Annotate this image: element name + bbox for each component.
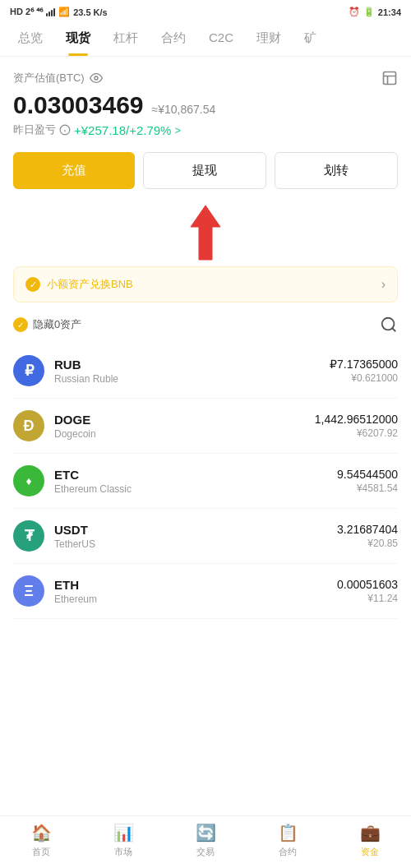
bnb-check-icon: ✓: [25, 277, 40, 292]
search-icon[interactable]: [380, 316, 398, 334]
rub-info: RUB Russian Ruble: [54, 358, 330, 385]
funds-icon: 💼: [360, 823, 381, 843]
deposit-button[interactable]: 充值: [13, 152, 135, 189]
eth-icon: Ξ: [13, 575, 44, 607]
status-right: ⏰ 🔋 21:34: [349, 7, 401, 17]
asset-value-row: 0.03003469 ≈¥10,867.54: [13, 91, 398, 119]
doge-name: Dogecoin: [54, 428, 315, 440]
eth-balance: 0.00051603: [337, 578, 398, 591]
status-left: HD 2⁶ ⁴⁶ 📶 23.5 K/s: [10, 7, 108, 17]
tab-c2c[interactable]: C2C: [197, 21, 245, 56]
asset-item-doge[interactable]: Ð DOGE Dogecoin 1,442.96512000 ¥6207.92: [13, 399, 398, 454]
pnl-chevron[interactable]: >: [174, 124, 181, 136]
tab-margin[interactable]: 杠杆: [102, 21, 150, 56]
asset-label: 资产估值(BTC): [13, 70, 398, 86]
asset-item-rub[interactable]: ₽ RUB Russian Ruble ₽7.17365000 ¥0.62100…: [13, 344, 398, 399]
wifi-icon: 📶: [58, 7, 70, 17]
red-arrow-annotation: [181, 204, 230, 261]
etc-name: Ethereum Classic: [54, 483, 337, 495]
doge-info: DOGE Dogecoin: [54, 413, 315, 440]
tab-spot[interactable]: 现货: [54, 21, 102, 56]
rub-cny: ¥0.621000: [330, 372, 398, 384]
futures-icon: 📋: [278, 823, 298, 843]
eth-info: ETH Ethereum: [54, 578, 337, 605]
bnb-banner-text: 小额资产兑换BNB: [47, 277, 133, 292]
asset-list: ₽ RUB Russian Ruble ₽7.17365000 ¥0.62100…: [13, 344, 398, 619]
etc-info: ETC Ethereum Classic: [54, 468, 337, 495]
svg-marker-6: [193, 208, 218, 257]
eye-icon[interactable]: [90, 72, 103, 85]
rub-symbol: RUB: [54, 358, 330, 372]
signal-bars: [46, 8, 55, 16]
usdt-icon: ₮: [13, 520, 44, 552]
nav-futures-label: 合约: [279, 846, 297, 858]
asset-item-etc[interactable]: ♦ ETC Ethereum Classic 9.54544500 ¥4581.…: [13, 454, 398, 509]
usdt-symbol: USDT: [54, 523, 337, 537]
info-icon[interactable]: [59, 124, 71, 136]
nav-tabs: 总览 现货 杠杆 合约 C2C 理财 矿: [0, 21, 411, 57]
rub-balance: ₽7.17365000: [330, 358, 398, 371]
rub-amount: ₽7.17365000 ¥0.621000: [330, 358, 398, 384]
rub-icon: ₽: [13, 355, 44, 386]
nav-market[interactable]: 📊 市场: [103, 823, 144, 858]
asset-item-eth[interactable]: Ξ ETH Ethereum 0.00051603 ¥11.24: [13, 564, 398, 619]
doge-balance: 1,442.96512000: [315, 413, 398, 426]
network-info: HD 2⁶ ⁴⁶: [10, 7, 43, 17]
bnb-exchange-banner[interactable]: ✓ 小额资产兑换BNB ›: [13, 266, 398, 302]
usdt-balance: 3.21687404: [337, 523, 398, 536]
btc-value: 0.03003469: [13, 91, 144, 119]
usdt-name: TetherUS: [54, 538, 337, 550]
doge-symbol: DOGE: [54, 413, 315, 427]
usdt-info: USDT TetherUS: [54, 523, 337, 550]
speed-indicator: 23.5 K/s: [73, 7, 108, 17]
nav-trade-label: 交易: [196, 846, 215, 858]
nav-futures[interactable]: 📋 合约: [267, 823, 308, 858]
history-icon[interactable]: [381, 70, 398, 86]
cny-approx: ≈¥10,867.54: [152, 103, 216, 116]
nav-market-label: 市场: [114, 846, 132, 858]
hide-assets-toggle[interactable]: ✓ 隐藏0资产: [13, 317, 81, 332]
battery-icon: 🔋: [363, 7, 375, 17]
eth-symbol: ETH: [54, 578, 337, 592]
tab-mining[interactable]: 矿: [293, 21, 328, 56]
hide-assets-check: ✓: [13, 317, 28, 332]
svg-rect-1: [384, 72, 396, 85]
tab-finance[interactable]: 理财: [245, 21, 293, 56]
nav-funds-label: 资金: [361, 846, 379, 858]
doge-cny: ¥6207.92: [315, 427, 398, 439]
bnb-banner-content: ✓ 小额资产兑换BNB: [25, 277, 133, 292]
tab-futures[interactable]: 合约: [150, 21, 197, 56]
home-icon: 🏠: [31, 823, 52, 843]
pnl-value: +¥257.18/+2.79%: [74, 123, 171, 137]
withdraw-button[interactable]: 提现: [143, 152, 266, 189]
hide-assets-label: 隐藏0资产: [33, 317, 81, 332]
etc-symbol: ETC: [54, 468, 337, 482]
market-icon: 📊: [113, 823, 134, 843]
nav-home[interactable]: 🏠 首页: [21, 823, 62, 858]
nav-funds[interactable]: 💼 资金: [349, 823, 390, 858]
etc-cny: ¥4581.54: [337, 482, 398, 494]
etc-balance: 9.54544500: [337, 468, 398, 481]
trade-icon: 🔄: [196, 823, 216, 843]
doge-icon: Ð: [13, 410, 44, 441]
bnb-chevron-icon: ›: [381, 277, 386, 292]
svg-marker-5: [191, 205, 220, 260]
pnl-label: 昨日盈亏: [13, 122, 56, 137]
nav-trade[interactable]: 🔄 交易: [185, 823, 226, 858]
status-bar: HD 2⁶ ⁴⁶ 📶 23.5 K/s ⏰ 🔋 21:34: [0, 0, 411, 21]
asset-item-usdt[interactable]: ₮ USDT TetherUS 3.21687404 ¥20.85: [13, 509, 398, 564]
transfer-button[interactable]: 划转: [275, 152, 398, 189]
annotation-container: [13, 204, 398, 261]
alarm-icon: ⏰: [349, 7, 360, 17]
tab-overview[interactable]: 总览: [7, 21, 54, 56]
eth-amount: 0.00051603 ¥11.24: [337, 578, 398, 604]
doge-amount: 1,442.96512000 ¥6207.92: [315, 413, 398, 439]
pnl-row: 昨日盈亏 +¥257.18/+2.79% >: [13, 122, 398, 137]
usdt-cny: ¥20.85: [337, 538, 398, 549]
etc-icon: ♦: [13, 465, 44, 496]
usdt-amount: 3.21687404 ¥20.85: [337, 523, 398, 549]
svg-point-7: [382, 318, 395, 330]
asset-list-header: ✓ 隐藏0资产: [13, 316, 398, 334]
eth-name: Ethereum: [54, 593, 337, 605]
nav-home-label: 首页: [32, 846, 50, 858]
